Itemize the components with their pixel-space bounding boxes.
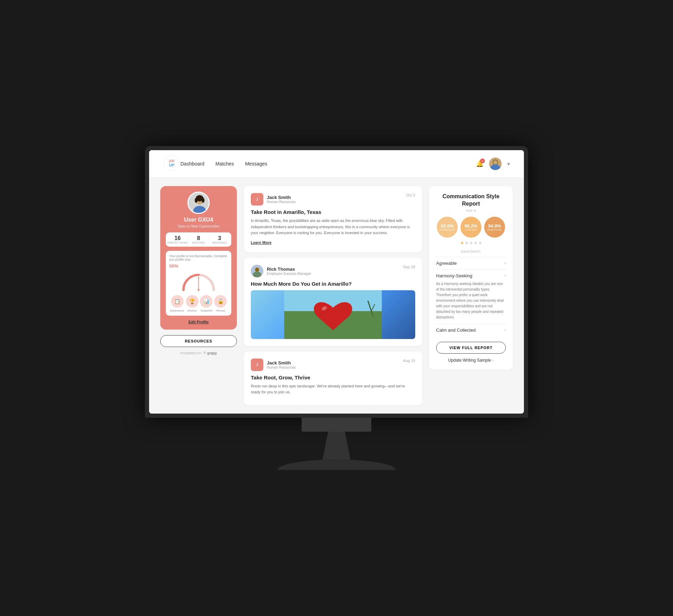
profile-card: User GXU4 Open to New Opportunities 16 P… bbox=[160, 186, 237, 330]
trait-row-agreeable[interactable]: Agreeable › bbox=[436, 257, 506, 269]
report-title: Communication Style Report bbox=[436, 193, 506, 208]
post-image-2 bbox=[251, 290, 415, 339]
trait-circle-analytical[interactable]: 94.8% ANALYTICAL bbox=[484, 217, 505, 238]
learn-more-link[interactable]: Learn More bbox=[251, 240, 271, 245]
chevron-writing: › bbox=[493, 358, 494, 363]
stat-matches: 8 MATCHES bbox=[188, 235, 209, 244]
icon-reveal[interactable]: 🔓 Reveal bbox=[214, 295, 227, 312]
post-author-name-1: Jack Smith bbox=[267, 195, 296, 200]
icon-snapshot[interactable]: 📊 Snapshot bbox=[200, 295, 212, 312]
icon-desires[interactable]: 🏆 Desires bbox=[186, 295, 199, 312]
svg-point-4 bbox=[490, 164, 500, 170]
carousel-dots bbox=[436, 242, 506, 244]
post-author-title-1: Human Resources bbox=[267, 200, 296, 204]
profile-name: User GXU4 bbox=[166, 217, 231, 223]
stat-messages: 3 MESSAGES bbox=[209, 235, 230, 244]
dot-4[interactable] bbox=[474, 242, 477, 244]
logo[interactable]: job UP bbox=[163, 154, 180, 173]
nav-links: Dashboard Matches Messages bbox=[180, 161, 267, 167]
post-body-3: Roots run deep in this epic landscape. W… bbox=[251, 383, 415, 395]
svg-text:UP: UP bbox=[169, 163, 174, 167]
trait-circle-content[interactable]: 96.2% CONTENT bbox=[461, 217, 481, 238]
trait-row-calm[interactable]: Calm and Collected › bbox=[436, 324, 506, 336]
left-panel: User GXU4 Open to New Opportunities 16 P… bbox=[160, 186, 237, 405]
comm-report: Communication Style Report TOP 5 92.6% E… bbox=[429, 186, 513, 370]
user-avatar-nav[interactable] bbox=[489, 157, 502, 170]
post-author-name-2: Rick Thomas bbox=[267, 267, 311, 272]
chevron-agreeable: › bbox=[504, 261, 506, 265]
stat-profile-views: 16 PROFILE VIEWS bbox=[167, 235, 188, 244]
post-date-1: Oct 3 bbox=[406, 193, 415, 197]
post-card-2: Rick Thomas Employee Success Manager Sep… bbox=[244, 258, 422, 346]
trait-circle-expressive[interactable]: 92.6% EXPRESSIVE bbox=[437, 217, 458, 238]
resources-button[interactable]: RESOURCES bbox=[160, 335, 237, 347]
dot-2[interactable] bbox=[465, 242, 468, 244]
powered-by: POWERED BY ♡ gogig bbox=[160, 351, 237, 355]
post-body-1: In Amarillo, Texas, the possibilities ar… bbox=[251, 218, 415, 236]
action-icons: 📋 Experience 🏆 Desires 📊 bbox=[169, 295, 228, 312]
svg-point-11 bbox=[202, 198, 204, 203]
post-title-3: Take Root, Grow, Thrive bbox=[251, 375, 415, 380]
update-writing-link[interactable]: Update Writing Sample › bbox=[436, 358, 506, 363]
profile-avatar bbox=[187, 192, 210, 214]
edit-profile-link[interactable]: Edit Profile bbox=[166, 320, 231, 324]
profile-status: Open to New Opportunities bbox=[166, 224, 231, 228]
profile-warning: Your profile is not discoverable. Comple… bbox=[166, 251, 231, 316]
stats-row: 16 PROFILE VIEWS 8 MATCHES bbox=[166, 232, 231, 247]
view-full-report-button[interactable]: VIEW FULL REPORT bbox=[436, 342, 506, 354]
notification-badge: 1 bbox=[480, 159, 485, 163]
post-date-2: Sep 28 bbox=[403, 265, 415, 269]
svg-point-14 bbox=[198, 289, 199, 291]
post-date-3: Aug 16 bbox=[403, 359, 415, 363]
top5-label: TOP 5 bbox=[436, 209, 506, 213]
dot-5[interactable] bbox=[479, 242, 481, 244]
nav-right: 🔔 1 ▾ bbox=[476, 157, 510, 170]
user-chevron[interactable]: ▾ bbox=[507, 161, 510, 167]
snapshot-label: SNAPSHOT bbox=[436, 250, 506, 253]
post-avatar-2 bbox=[251, 265, 263, 277]
post-title-2: How Much More Do You Get in Amarillo? bbox=[251, 281, 415, 287]
svg-point-5 bbox=[493, 160, 497, 164]
post-author-title-3: Human Resources bbox=[267, 365, 296, 369]
post-card-3: J Jack Smith Human Resources Aug 16 Take… bbox=[244, 352, 422, 405]
nav-matches[interactable]: Matches bbox=[216, 161, 234, 167]
nav-messages[interactable]: Messages bbox=[245, 161, 267, 167]
trait-circles: 92.6% EXPRESSIVE 96.2% CONTENT 94.8% ANA… bbox=[436, 217, 506, 238]
middle-panel: J Jack Smith Human Resources Oct 3 Take … bbox=[244, 186, 422, 405]
chevron-calm: › bbox=[504, 328, 506, 332]
svg-marker-13 bbox=[198, 277, 199, 278]
navbar: job UP Dashboard Matches Messages 🔔 1 bbox=[149, 150, 524, 178]
chevron-harmony[interactable]: › bbox=[503, 275, 508, 276]
post-author-title-2: Employee Success Manager bbox=[267, 272, 311, 276]
post-title-1: Take Root in Amarillo, Texas bbox=[251, 209, 415, 215]
post-card-1: J Jack Smith Human Resources Oct 3 Take … bbox=[244, 186, 422, 252]
post-logo-1: J bbox=[251, 193, 263, 206]
icon-experience[interactable]: 📋 Experience bbox=[170, 295, 184, 312]
post-logo-3: J bbox=[251, 359, 263, 371]
main-content: User GXU4 Open to New Opportunities 16 P… bbox=[149, 178, 524, 414]
right-panel: Communication Style Report TOP 5 92.6% E… bbox=[429, 186, 513, 405]
svg-text:job: job bbox=[169, 159, 175, 163]
profile-gauge bbox=[169, 271, 228, 292]
nav-dashboard[interactable]: Dashboard bbox=[180, 161, 204, 167]
svg-point-10 bbox=[195, 198, 198, 203]
trait-expanded-harmony: Harmony-Seeking › As a Harmony-seeking I… bbox=[436, 269, 506, 324]
dot-1[interactable] bbox=[461, 242, 463, 244]
svg-point-16 bbox=[255, 268, 259, 272]
dot-3[interactable] bbox=[470, 242, 472, 244]
post-author-name-3: Jack Smith bbox=[267, 360, 296, 365]
notifications-button[interactable]: 🔔 1 bbox=[476, 160, 484, 168]
